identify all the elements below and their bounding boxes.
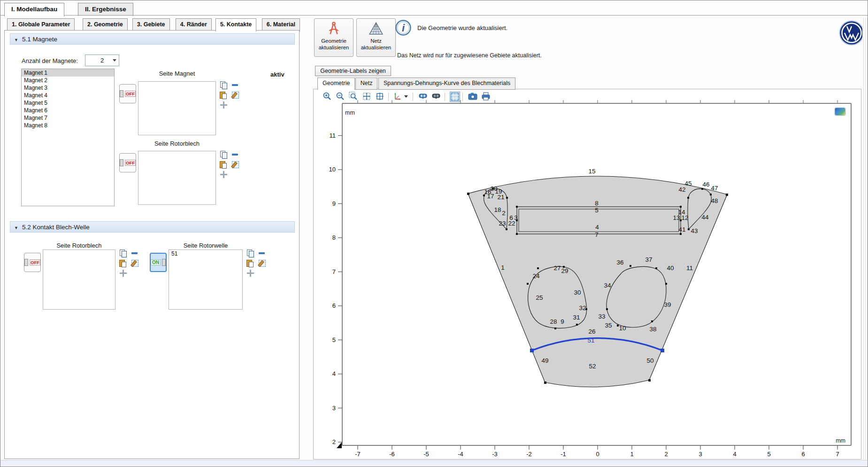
sub-tab-1[interactable]: 1. Globale Parameter (7, 18, 75, 31)
zoom-box-icon[interactable] (349, 92, 358, 101)
compass-icon (326, 21, 342, 37)
view-tab-3[interactable]: Spannungs-Dehnungs-Kurve des Blechmateri… (378, 78, 515, 90)
clear-selection-icon[interactable] (258, 259, 266, 267)
kontakt-rotorwelle-toggle[interactable]: ON (150, 253, 167, 272)
remove-selection-icon[interactable] (231, 151, 239, 159)
toolbar-separator (388, 93, 389, 101)
application-window: I. ModellaufbauII. Ergebnisse 1. Globale… (0, 0, 868, 467)
zoom-in-icon[interactable] (323, 92, 332, 101)
print-icon[interactable] (481, 92, 491, 101)
anzahl-magnete-label: Anzahl der Magnete: (22, 57, 78, 64)
copy-selection-icon[interactable] (220, 81, 228, 89)
view-tab-1[interactable]: Geometrie (317, 78, 355, 90)
button-label: Netz aktualisieren (357, 38, 395, 51)
plot-thumbnail-icon[interactable] (835, 108, 845, 116)
info-message: Die Geometrie wurde aktualisiert. (417, 24, 507, 31)
toggle-on-label: ON (151, 259, 161, 265)
vertical-scrollbar[interactable] (862, 18, 868, 459)
info-note: Das Netz wird nur für zugewiesene Gebiet… (397, 52, 542, 59)
magnet-list-item[interactable]: Magnet 2 (22, 77, 114, 84)
graphics-container[interactable] (313, 89, 861, 459)
section-header-kontakt[interactable]: ▼5.2 Kontakt Blech-Welle (10, 221, 295, 233)
tab-divider (0, 15, 868, 16)
section-header-magnete[interactable]: ▼5.1 Magnete (10, 33, 295, 45)
magnet-list-item[interactable]: Magnet 6 (22, 107, 114, 114)
mesh-icon (368, 21, 384, 37)
kontakt-rotorwelle-selection-list[interactable]: 51 (169, 249, 243, 310)
magnet-active-toggle[interactable]: OFF (119, 84, 136, 103)
magnet-list-item[interactable]: Magnet 4 (22, 92, 114, 99)
rotorblech-active-toggle[interactable]: OFF (119, 153, 136, 172)
toggle-off-label: OFF (125, 160, 136, 166)
snapshot-camera-icon[interactable] (468, 92, 477, 101)
magnet-list-item[interactable]: Magnet 7 (22, 114, 114, 122)
zoom-out-icon[interactable] (336, 92, 345, 101)
zoom-to-selection-icon[interactable] (220, 101, 228, 109)
netz-aktualisieren-button[interactable]: Netz aktualisieren (356, 18, 396, 57)
grid-toggle-button[interactable] (450, 92, 460, 102)
aktiv-column-label: aktiv (270, 71, 284, 78)
zoom-to-selection-icon[interactable] (220, 171, 228, 179)
zoom-extents-icon[interactable] (375, 92, 384, 101)
main-tab-2[interactable]: II. Ergebnisse (78, 3, 133, 16)
magnet-list-item[interactable]: Magnet 5 (22, 99, 114, 107)
remove-selection-icon[interactable] (231, 81, 239, 89)
paste-selection-icon[interactable] (220, 91, 228, 99)
scene-light-icon[interactable] (418, 92, 428, 101)
clear-selection-icon[interactable] (231, 91, 239, 99)
sub-tab-3[interactable]: 3. Gebiete (132, 18, 170, 31)
remove-selection-icon[interactable] (131, 249, 139, 257)
paste-selection-icon[interactable] (246, 259, 254, 267)
status-bar (0, 460, 868, 467)
view-orientation-icon[interactable] (393, 92, 402, 101)
collapse-triangle-icon: ▼ (14, 35, 18, 46)
toolbar-separator (462, 93, 463, 101)
vw-logo (839, 20, 864, 46)
view-tab-2[interactable]: Netz (355, 78, 378, 90)
toolbar-separator (413, 93, 413, 101)
seite-magnet-selection-list[interactable] (138, 81, 216, 135)
magnet-list-item[interactable]: Magnet 1 (22, 69, 114, 77)
sub-tab-6[interactable]: 6. Material (262, 18, 300, 31)
sub-tab-4[interactable]: 4. Ränder (176, 18, 212, 31)
section-title: 5.2 Kontakt Blech-Welle (22, 224, 90, 231)
zoom-to-selection-icon[interactable] (246, 269, 254, 277)
svg-text:i: i (402, 22, 405, 34)
sub-tab-5[interactable]: 5. Kontakte (215, 18, 256, 31)
magnet-listbox[interactable]: Magnet 1Magnet 2Magnet 3Magnet 4Magnet 5… (21, 69, 115, 206)
geometrie-aktualisieren-button[interactable]: Geometrie aktualisieren (314, 18, 353, 57)
main-tab-1[interactable]: I. Modellaufbau (4, 3, 64, 16)
selection-entry[interactable]: 51 (169, 250, 242, 257)
pan-view-icon[interactable] (362, 92, 371, 101)
copy-selection-icon[interactable] (119, 249, 127, 257)
toggle-knob (120, 159, 123, 166)
sub-tab-2[interactable]: 2. Geometrie (83, 18, 128, 31)
copy-selection-icon[interactable] (220, 151, 228, 159)
kontakt-rotorblech-toggle[interactable]: OFF (24, 253, 41, 272)
orientation-dropdown-caret[interactable] (404, 95, 408, 98)
kontakt-rotorblech-selection-list[interactable] (43, 249, 115, 310)
zoom-to-selection-icon[interactable] (119, 269, 127, 277)
toggle-knob (24, 259, 28, 266)
scene-shadow-icon[interactable] (431, 92, 441, 101)
kontakt-rotorwelle-caption: Seite Rotorwelle (169, 242, 243, 249)
toggle-knob (162, 259, 166, 266)
toolbar-separator (445, 93, 445, 101)
magnet-list-item[interactable]: Magnet 8 (22, 122, 114, 129)
copy-selection-icon[interactable] (246, 249, 254, 257)
paste-selection-icon[interactable] (119, 259, 127, 267)
clear-selection-icon[interactable] (231, 161, 239, 169)
seite-rotorblech-caption: Seite Rotorblech (138, 140, 216, 147)
seite-magnet-caption: Seite Magnet (138, 70, 216, 77)
button-label: Geometrie aktualisieren (315, 38, 353, 51)
clear-selection-icon[interactable] (131, 259, 139, 267)
geometrie-labels-zeigen-button[interactable]: Geometrie-Labels zeigen (315, 66, 391, 76)
remove-selection-icon[interactable] (258, 249, 266, 257)
magnet-list-item[interactable]: Magnet 3 (22, 84, 114, 92)
anzahl-magnete-dropdown[interactable]: 2 (85, 54, 119, 66)
grid-icon (451, 93, 459, 101)
kontakt-rotorblech-caption: Seite Rotorblech (43, 242, 115, 249)
seite-rotorblech-selection-list[interactable] (138, 151, 216, 205)
info-icon: i (395, 19, 412, 36)
paste-selection-icon[interactable] (220, 161, 228, 169)
